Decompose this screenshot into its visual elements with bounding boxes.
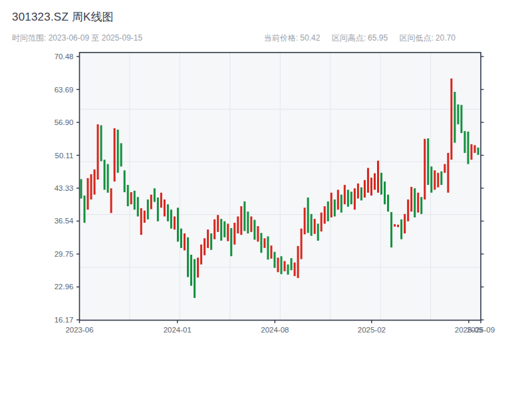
candle-bar [430,166,432,192]
candle-bar [194,259,196,298]
candle-bar [200,245,202,265]
candle-bar [227,223,229,241]
candle-bar [380,173,382,195]
candle-bar [140,208,142,235]
candle-bar [467,132,469,164]
candle-bar [460,105,462,133]
candle-bar [260,233,262,253]
candle-bar [457,104,459,124]
chart-header: 301323.SZ 周K线图 [12,9,520,25]
time-range-end: 2025-09-15 [102,33,142,43]
candle-bar [154,188,156,201]
candle-bar [207,229,209,248]
candle-bar [203,238,205,255]
y-tick-label: 29.75 [55,250,74,258]
candle-bar [410,187,412,211]
candle-bar [177,207,179,241]
candle-bar [213,219,215,239]
candle-bar [230,228,232,256]
candle-bar [390,212,392,247]
candle-bar [367,168,369,193]
stat-range-low-value: 20.70 [436,33,456,43]
candle-bar [434,170,436,190]
candle-bar [100,125,102,161]
candle-bar [240,206,242,235]
candle-bar [187,237,189,277]
x-tick-label: 2023-06 [65,326,93,334]
y-tick-label: 36.54 [55,217,74,225]
stat-current-price: 当前价格:50.42 [264,33,320,43]
candle-bar [400,219,402,239]
candle-bar [350,192,352,204]
stat-range-high: 区间高点:65.95 [332,33,388,43]
candle-bar [157,198,159,221]
time-range-start: 2023-06-09 [49,33,89,43]
kline-chart-svg: 70.4863.6956.9050.1143.3336.5429.7522.96… [0,0,532,399]
candle-bar [127,185,129,206]
candle-bar [347,190,349,207]
candle-bar [407,200,409,221]
candle-bar [150,195,152,209]
y-tick-label: 70.48 [55,53,74,61]
candle-bar [394,224,396,227]
time-range: 时间范围: 2023-06-09 至 2025-09-15 [12,33,142,44]
candle-bar [267,236,269,259]
candle-bar [304,207,306,234]
candle-bar [197,257,199,277]
candle-bar [117,130,119,173]
candle-bar [377,161,379,193]
candle-bar [144,211,146,223]
candle-bar [210,233,212,250]
candle-bar [273,252,275,268]
candle-bar [107,164,109,193]
candle-bar [344,185,346,204]
candle-bar [250,216,252,231]
kline-page: { "header": { "title": "301323.SZ 周K线图",… [0,0,532,399]
candle-bar [160,193,162,208]
candle-bar [134,191,136,209]
candle-bar [184,233,186,251]
y-tick-label: 50.11 [55,152,74,160]
candle-bar [243,201,245,231]
price-stats: 当前价格:50.42 区间高点:65.95 区间低点:20.70 [264,33,465,44]
candle-bar [164,200,166,217]
candle-bar [170,209,172,228]
y-tick-label: 56.90 [55,118,74,126]
candle-bar [417,193,419,213]
candle-bar [120,143,122,166]
time-range-label: 时间范围: [12,33,46,43]
candle-bar [324,206,326,223]
candle-bar [450,78,452,160]
candle-bar [237,216,239,233]
candle-bar [281,256,283,274]
x-tick-label: 2025-02 [358,326,386,334]
candle-bar [470,144,472,160]
candle-bar [94,170,96,195]
time-range-sep: 至 [91,33,99,43]
candle-bar [301,229,303,259]
stat-current-price-value: 50.42 [300,33,320,43]
candle-bar [220,219,222,241]
candle-bar [427,138,429,185]
candle-bar [447,153,449,193]
candle-bar [414,188,416,217]
candle-bar [340,195,342,213]
candle-bar [223,221,225,237]
candle-bar [424,139,426,200]
candle-bar [90,174,92,200]
candle-bar [174,216,176,229]
candle-bar [354,188,356,209]
candle-bar [327,201,329,221]
y-tick-label: 63.69 [55,86,74,94]
candle-bar [357,184,359,199]
page-title: 301323.SZ 周K线图 [12,9,520,25]
candle-bar [104,160,106,190]
candle-bar [477,148,479,155]
candle-bar [360,188,362,201]
candle-bar [297,246,299,278]
candle-bar [337,190,339,209]
candle-bar [321,213,323,231]
y-tick-label: 22.96 [55,283,74,291]
candle-bar [311,214,313,236]
candle-bar [437,173,439,188]
